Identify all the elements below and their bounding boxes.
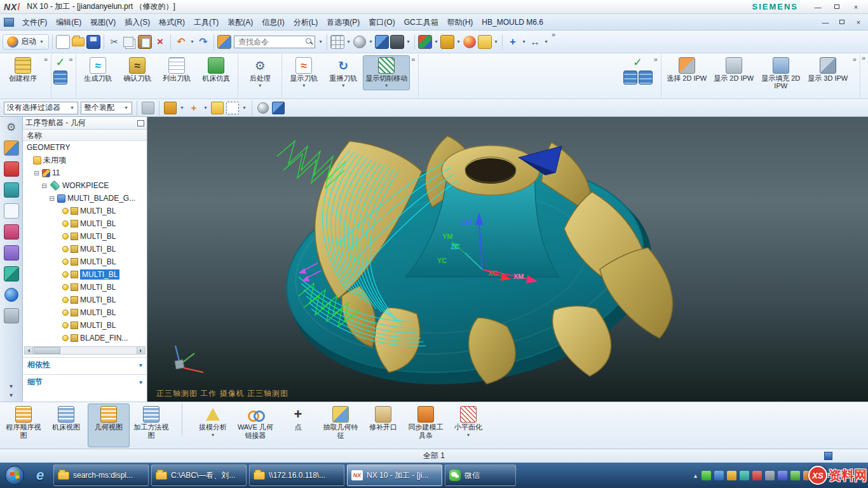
- save-button[interactable]: [86, 35, 100, 49]
- tree-item-operation[interactable]: MULTI_BL: [23, 205, 147, 217]
- hd3d-tools-icon[interactable]: [4, 266, 19, 281]
- rectangle-select-icon[interactable]: [226, 102, 239, 114]
- point-button[interactable]: + 点: [277, 403, 319, 447]
- redo-button[interactable]: ↷: [196, 35, 210, 49]
- scrollbar-thumb[interactable]: [34, 347, 60, 354]
- measure-button[interactable]: ↔: [528, 35, 542, 49]
- extract-geometry-button[interactable]: 抽取几何特征: [320, 403, 362, 447]
- bulb-icon[interactable]: [62, 322, 69, 329]
- selection-filter-dropdown[interactable]: 没有选择过滤器 ▾: [4, 102, 78, 114]
- start-menu-button[interactable]: 启动 ▾: [3, 34, 49, 50]
- tree-item-operation[interactable]: MULTI_BL: [23, 306, 147, 319]
- orient-view-button[interactable]: [375, 35, 389, 49]
- layer-grid-icon[interactable]: [623, 71, 637, 85]
- tray-icon-6[interactable]: [765, 471, 775, 480]
- new-file-button[interactable]: [56, 35, 70, 49]
- menu-hb-mould[interactable]: HB_MOULD M6.6: [477, 15, 548, 29]
- search-icon[interactable]: [306, 38, 313, 46]
- csys-button[interactable]: [418, 35, 432, 49]
- shaded-view-icon[interactable]: [257, 102, 269, 114]
- menu-format[interactable]: 格式(R): [154, 15, 189, 29]
- bulb-icon[interactable]: [62, 246, 69, 252]
- taskbar-window-wechat[interactable]: 微信: [445, 464, 516, 486]
- chevron-down-icon[interactable]: ▾: [179, 105, 185, 111]
- tree-item-operation[interactable]: MULTI_BL: [23, 294, 147, 306]
- expander-icon[interactable]: ⊟: [41, 182, 48, 189]
- bulb-icon[interactable]: [62, 335, 69, 341]
- copy-button[interactable]: [123, 37, 133, 47]
- patch-opening-button[interactable]: 修补开口: [362, 403, 404, 447]
- doc-minimize-button[interactable]: —: [818, 18, 832, 27]
- menu-edit[interactable]: 编辑(E): [51, 15, 86, 29]
- tree-item-blade-finish[interactable]: BLADE_FIN...: [23, 332, 147, 344]
- view-triad[interactable]: [175, 346, 203, 372]
- generate-toolpath-button[interactable]: ≈ 生成刀轨: [78, 55, 118, 84]
- measure-dropdown-icon[interactable]: ▾: [543, 39, 549, 44]
- expander-icon[interactable]: ⊟: [33, 170, 40, 177]
- open-file-button[interactable]: [72, 37, 85, 46]
- group-overflow-icon[interactable]: »: [653, 55, 659, 63]
- replay-toolpath-button[interactable]: ↻ 重播刀轨 ▾: [323, 55, 363, 90]
- chevron-down-icon[interactable]: ▾: [210, 432, 216, 438]
- machining-wizard-icon[interactable]: [4, 224, 19, 240]
- point-constructor-button[interactable]: +: [506, 35, 520, 49]
- tray-icon-3[interactable]: [727, 471, 736, 480]
- panel-float-button[interactable]: [137, 120, 144, 126]
- tree-item-unused[interactable]: 未用项: [23, 154, 147, 166]
- chevron-down-icon[interactable]: ▾: [241, 105, 247, 111]
- menu-window[interactable]: 窗口(O): [364, 15, 399, 29]
- undo-dropdown-icon[interactable]: ▾: [189, 39, 195, 44]
- constraint-navigator-icon[interactable]: [4, 161, 19, 177]
- graphics-viewport[interactable]: ZM YM ZC YC XC XM 正三轴测图 工作 摄像机 正三轴测图: [147, 117, 868, 402]
- material-button[interactable]: [463, 36, 476, 48]
- assembly-navigator-icon[interactable]: [4, 140, 19, 156]
- point-dropdown-icon[interactable]: ▾: [521, 39, 527, 44]
- tree-item-operation[interactable]: MULTI_BL: [23, 281, 147, 294]
- machining-method-view-button[interactable]: 加工方法视图: [130, 403, 172, 447]
- doc-restore-button[interactable]: [835, 18, 849, 27]
- close-button[interactable]: ×: [848, 2, 864, 11]
- tray-icon-8[interactable]: [790, 471, 800, 480]
- list-toolpath-button[interactable]: 列出刀轨: [157, 55, 196, 84]
- bulb-icon[interactable]: [62, 284, 69, 290]
- tree-item-workpiece[interactable]: ⊟ WORKPIECE: [23, 179, 147, 192]
- command-finder-icon[interactable]: [217, 35, 231, 49]
- machine-tool-view-button[interactable]: 机床视图: [45, 403, 87, 447]
- postprocess-button[interactable]: ⚙ 后处理 ▾: [240, 55, 280, 90]
- rotate-view-button[interactable]: [353, 36, 366, 48]
- dependencies-section-header[interactable]: 相依性 ▾: [23, 357, 147, 372]
- group-overflow-icon[interactable]: »: [67, 55, 74, 63]
- expander-icon[interactable]: ⊟: [48, 195, 55, 202]
- create-program-button[interactable]: 创建程序: [3, 55, 43, 84]
- snap-dropdown-icon[interactable]: ▾: [493, 39, 499, 44]
- show-cutting-moves-button[interactable]: 显示切削移动 ▾: [363, 55, 410, 90]
- roles-gear-icon[interactable]: ⚙: [4, 119, 19, 135]
- menu-gc-toolbox[interactable]: GC工具箱: [400, 15, 443, 29]
- chevron-down-icon[interactable]: ▾: [39, 39, 44, 44]
- draft-analysis-button[interactable]: 拔模分析 ▾: [192, 403, 234, 447]
- datum-dropdown-icon[interactable]: ▾: [456, 39, 461, 44]
- group-overflow-icon[interactable]: »: [851, 55, 858, 63]
- menu-information[interactable]: 信息(I): [257, 15, 288, 29]
- start-orb-button[interactable]: [1, 463, 28, 488]
- taskbar-window-abc-folder[interactable]: C:\ABC\—看、刘...: [151, 464, 247, 486]
- snap-point-icon[interactable]: +: [187, 102, 200, 114]
- restore-button[interactable]: [829, 2, 845, 11]
- menu-preferences[interactable]: 首选项(P): [322, 15, 364, 29]
- reuse-library-icon[interactable]: [4, 245, 19, 261]
- bulb-icon[interactable]: [62, 271, 69, 278]
- minimize-button[interactable]: —: [810, 2, 826, 11]
- layout-dropdown-icon[interactable]: ▾: [346, 39, 351, 44]
- tree-item-operation[interactable]: MULTI_BL: [23, 319, 147, 332]
- render-style-button[interactable]: [390, 35, 404, 49]
- tray-expand-icon[interactable]: ▴: [694, 472, 697, 479]
- tray-icon-4[interactable]: [740, 471, 749, 480]
- ribbon-overflow-icon[interactable]: »: [860, 54, 867, 62]
- status-tray-icon[interactable]: [824, 452, 832, 460]
- tray-icon-5[interactable]: [752, 471, 762, 480]
- menu-analysis[interactable]: 分析(L): [289, 15, 323, 29]
- resource-bar-chevron-icon[interactable]: ▾: [10, 383, 13, 390]
- undo-button[interactable]: ↶: [174, 35, 188, 49]
- web-browser-icon[interactable]: [4, 288, 18, 302]
- scroll-left-icon[interactable]: [25, 347, 33, 354]
